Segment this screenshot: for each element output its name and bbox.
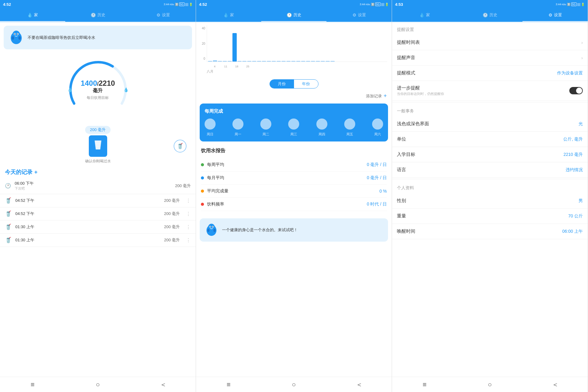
settings-item-1-1[interactable]: 单位 公斤, 毫升 [392,132,588,147]
chart-bar-25 [330,61,335,62]
add-record-button[interactable]: + [34,169,38,175]
add-water-button[interactable]: + [89,135,107,157]
day-label-5: 周五 [346,132,353,137]
tab-switcher: 月份 年份 [196,79,392,89]
record-more-3[interactable]: ⋮ [186,224,191,230]
svg-text:+: + [97,144,99,148]
bottom-nav-2[interactable]: ＜ [326,380,392,389]
chart-bar-5 [232,33,237,62]
panel-settings: 4:53 3:44 KBs ⬆️ 5G |||| 🔋 💧 家🕐 历史⚙ 设置提醒… [392,0,588,392]
bottom-nav: ≡○＜ [196,377,392,392]
day-circle-5 [344,119,355,130]
toggle-0-3[interactable] [569,87,583,94]
settings-item-2-1[interactable]: 重量 70 公斤 [392,209,588,224]
home-nav-label: 家 [34,12,38,18]
history-content: 40 20 0 4111825 八月 月份 年份 [196,22,392,377]
report-label-2: 平均完成量 [207,188,376,194]
report-title: 饮用水报告 [201,148,387,154]
record-more-2[interactable]: ⋮ [186,211,191,217]
bottom-nav-2[interactable]: ＜ [130,380,196,389]
settings-label-0-2: 提醒模式 [397,70,557,76]
nav-tab-history[interactable]: 🕐 历史 [65,9,130,22]
settings-item-1-3[interactable]: 语言 违约情况 [392,162,588,178]
status-time: 4:52 [3,2,11,7]
bottom-nav-0[interactable]: ≡ [392,381,457,389]
nav-tab-home[interactable]: 💧 家 [0,9,65,22]
nav-tab-settings[interactable]: ⚙ 设置 [130,9,196,22]
status-icons: 3:44 KBs ⬆️ 5G |||| 🔋 [556,2,585,6]
report-item-3: 饮料频率 0 时代 / 日 [201,198,387,211]
bottom-nav-1[interactable]: ○ [65,381,130,389]
chart-bar-13 [272,61,276,62]
nav-tab-home[interactable]: 💧 家 [196,9,261,22]
tab-switch-1[interactable]: 年份 [294,80,318,88]
settings-item-1-2[interactable]: 入学目标 2210 毫升 [392,147,588,162]
nav-tab-history[interactable]: 🕐 历史 [261,9,326,22]
weekly-days: 周日 周一 周二 周三 周四 周五 周六 [205,119,383,137]
settings-nav-icon: ⚙ [156,13,160,17]
record-item-1: 🥤 04:52 下午 200 毫升 ⋮ [0,194,196,207]
nav-tabs: 💧 家🕐 历史⚙ 设置 [392,9,588,22]
record-more-4[interactable]: ⋮ [186,237,191,243]
bottom-nav-0[interactable]: ≡ [0,381,65,389]
chart-bar-0 [208,61,212,62]
report-value-3: 0 时代 / 日 [367,202,387,207]
report-item-2: 平均完成量 0 % [201,185,387,198]
history-nav-icon: 🕐 [287,13,292,17]
motivation-mascot [205,223,218,237]
settings-value-0-2: 作为设备设置 [557,70,583,76]
day-item-4: 周四 [316,119,327,137]
day-label-3: 周三 [290,132,297,137]
bottom-nav-1[interactable]: ○ [261,381,326,389]
record-item-0: 🕐 06:00 下午 下次吧 200 毫升 [0,178,196,194]
report-item-1: 每月平均 0 毫升 / 日 [201,172,387,185]
settings-divider-1 [392,179,588,179]
arrow-icon-0-0: › [581,40,583,45]
bottom-nav: ≡○＜ [0,377,196,392]
settings-value-2-0: 男 [579,198,583,204]
settings-content: 提醒设置 提醒时间表 › 提醒声音 › 提醒模式 作为 [392,22,588,239]
settings-item-0-1[interactable]: 提醒声音 › [392,50,588,66]
chart-bar-19 [301,61,305,62]
settings-item-1-0[interactable]: 浅色或深色界面 光 [392,116,588,132]
settings-item-0-2[interactable]: 提醒模式 作为设备设置 [392,66,588,81]
chart-section: 40 20 0 4111825 八月 [196,22,392,77]
record-more-1[interactable]: ⋮ [186,198,191,204]
nav-tab-history[interactable]: 🕐 历史 [457,9,522,22]
chart-month-label: 八月 [207,69,389,74]
status-time: 4:53 [395,2,403,7]
right-icon: 💧 [123,87,129,92]
cup-icon-1: 🥤 [5,197,12,204]
svg-point-16 [213,229,216,232]
history-nav-label: 历史 [293,12,301,18]
svg-point-13 [210,226,211,227]
bottom-nav-2[interactable]: ＜ [522,380,588,389]
record-time-3: 01:30 上午 [15,224,34,230]
small-cup-button[interactable]: 🥤 [174,140,187,153]
settings-item-2-2[interactable]: 唤醒时间 06:00 上午 [392,224,588,239]
settings-content: 提醒设置 提醒时间表 › 提醒声音 › 提醒模式 作为 [392,22,588,377]
status-icons: 3:44 KBs ⬆️ 5G |||| 🔋 [360,2,389,6]
bottom-nav-0[interactable]: ≡ [196,381,261,389]
chart-bar-17 [291,61,296,62]
settings-item-2-0[interactable]: 性别 男 [392,193,588,209]
settings-item-0-0[interactable]: 提醒时间表 › [392,35,588,50]
chart-bar-20 [306,61,310,62]
add-record-plus[interactable]: + [383,93,387,99]
nav-tab-home[interactable]: 💧 家 [392,9,457,22]
record-amount-2: 200 毫升 [164,211,180,217]
chart-bar-11 [262,61,266,62]
water-current: 1400 [81,79,97,87]
report-value-2: 0 % [379,189,387,194]
nav-tabs: 💧 家🕐 历史⚙ 设置 [196,9,392,22]
settings-group-title-2: 个人资料 [392,180,588,193]
history-nav-icon: 🕐 [91,13,96,17]
chart-bar-16 [286,61,291,62]
motivation-text: 一个健康的身心是一个水合的。来试试吧！ [222,227,298,233]
tab-switch-0[interactable]: 月份 [270,80,294,88]
nav-tab-settings[interactable]: ⚙ 设置 [326,9,392,22]
bottom-nav-1[interactable]: ○ [457,381,522,389]
status-bar: 4:52 3:44 KBs ⬆️ 5G |||| 🔋 [0,0,196,9]
nav-tab-settings[interactable]: ⚙ 设置 [522,9,588,22]
day-item-1: 周一 [232,119,243,137]
